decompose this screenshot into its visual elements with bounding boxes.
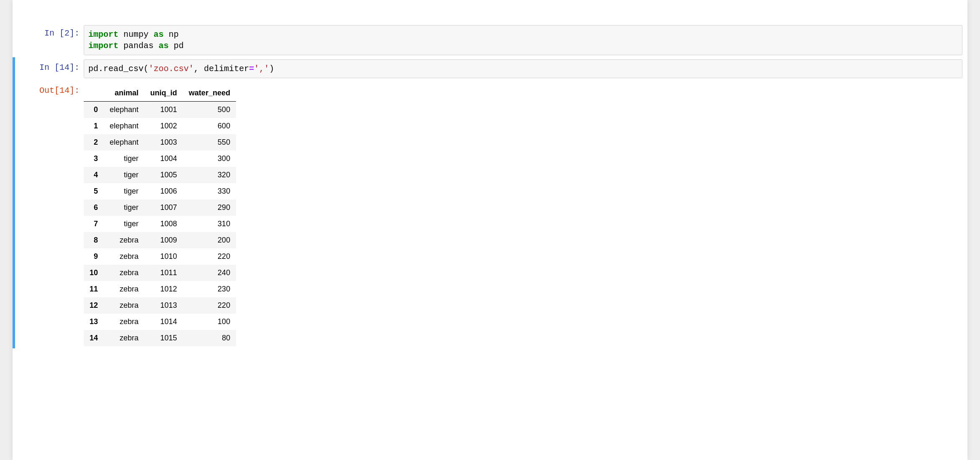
table-row: 1elephant1002600 xyxy=(84,118,236,134)
df-cell: zebra xyxy=(104,248,144,265)
df-cell: 1003 xyxy=(144,134,183,151)
df-column-header: animal xyxy=(104,85,144,102)
df-cell: 1010 xyxy=(144,248,183,265)
df-cell: tiger xyxy=(104,199,144,216)
code-token: np xyxy=(169,30,179,39)
df-cell: tiger xyxy=(104,151,144,167)
df-cell: 1011 xyxy=(144,265,183,281)
input-prompt: In [2]: xyxy=(13,25,84,41)
df-cell: zebra xyxy=(104,265,144,281)
df-cell: elephant xyxy=(104,118,144,134)
df-cell: 1004 xyxy=(144,151,183,167)
code-token: import xyxy=(88,41,118,51)
notebook: In [2]: import numpy as np import pandas… xyxy=(13,0,967,460)
df-row-index: 6 xyxy=(84,199,104,216)
df-cell: 300 xyxy=(183,151,236,167)
code-token: , xyxy=(194,64,199,74)
df-row-index: 12 xyxy=(84,297,104,314)
table-row: 4tiger1005320 xyxy=(84,167,236,183)
df-cell: zebra xyxy=(104,297,144,314)
code-token xyxy=(118,30,123,39)
code-token: pd xyxy=(174,41,184,51)
code-token xyxy=(154,41,159,51)
code-token: delimiter xyxy=(204,64,249,74)
df-cell: 220 xyxy=(183,297,236,314)
code-token: = xyxy=(249,64,254,74)
df-cell: 1009 xyxy=(144,232,183,248)
df-cell: 240 xyxy=(183,265,236,281)
df-cell: 550 xyxy=(183,134,236,151)
df-column-header: water_need xyxy=(183,85,236,102)
df-cell: tiger xyxy=(104,183,144,199)
code-cell-selected[interactable]: In [14]: pd.read_csv('zoo.csv', delimite… xyxy=(13,57,967,80)
code-token: numpy xyxy=(123,30,149,39)
df-cell: 1007 xyxy=(144,199,183,216)
table-row: 6tiger1007290 xyxy=(84,199,236,216)
df-cell: 1015 xyxy=(144,330,183,346)
df-cell: 290 xyxy=(183,199,236,216)
df-cell: zebra xyxy=(104,281,144,297)
df-row-index: 10 xyxy=(84,265,104,281)
df-cell: 320 xyxy=(183,167,236,183)
code-cell[interactable]: In [2]: import numpy as np import pandas… xyxy=(13,23,967,57)
df-cell: zebra xyxy=(104,232,144,248)
df-cell: 1014 xyxy=(144,314,183,330)
df-row-index: 2 xyxy=(84,134,104,151)
df-cell: 80 xyxy=(183,330,236,346)
code-token: . xyxy=(98,64,103,74)
df-cell: 500 xyxy=(183,102,236,118)
code-token xyxy=(199,64,204,74)
df-cell: 1008 xyxy=(144,216,183,232)
table-row: 13zebra1014100 xyxy=(84,314,236,330)
df-row-index: 5 xyxy=(84,183,104,199)
code-token xyxy=(149,30,154,39)
df-cell: 310 xyxy=(183,216,236,232)
code-token: 'zoo.csv' xyxy=(149,64,194,74)
table-row: 0elephant1001500 xyxy=(84,102,236,118)
table-row: 11zebra1012230 xyxy=(84,281,236,297)
df-column-header: uniq_id xyxy=(144,85,183,102)
code-token: as xyxy=(159,41,169,51)
output-cell: Out[14]: animaluniq_idwater_need0elephan… xyxy=(13,80,967,348)
df-cell: 1012 xyxy=(144,281,183,297)
df-cell: 230 xyxy=(183,281,236,297)
dataframe-table: animaluniq_idwater_need0elephant10015001… xyxy=(84,85,236,346)
input-prompt: In [14]: xyxy=(13,59,84,76)
code-input[interactable]: pd.read_csv('zoo.csv', delimiter=',') xyxy=(84,59,962,78)
df-cell: 200 xyxy=(183,232,236,248)
table-row: 9zebra1010220 xyxy=(84,248,236,265)
code-token: read_csv xyxy=(103,64,144,74)
df-cell: tiger xyxy=(104,167,144,183)
table-row: 7tiger1008310 xyxy=(84,216,236,232)
df-cell: elephant xyxy=(104,102,144,118)
table-row: 5tiger1006330 xyxy=(84,183,236,199)
df-cell: 100 xyxy=(183,314,236,330)
df-row-index: 4 xyxy=(84,167,104,183)
code-token: import xyxy=(88,30,118,39)
df-cell: 1001 xyxy=(144,102,183,118)
table-row: 14zebra101580 xyxy=(84,330,236,346)
df-cell: 330 xyxy=(183,183,236,199)
code-token: as xyxy=(154,30,164,39)
df-row-index: 8 xyxy=(84,232,104,248)
output-area: animaluniq_idwater_need0elephant10015001… xyxy=(84,82,962,346)
df-row-index: 3 xyxy=(84,151,104,167)
df-cell: zebra xyxy=(104,330,144,346)
table-row: 10zebra1011240 xyxy=(84,265,236,281)
table-row: 3tiger1004300 xyxy=(84,151,236,167)
df-cell: tiger xyxy=(104,216,144,232)
df-row-index: 9 xyxy=(84,248,104,265)
df-row-index: 14 xyxy=(84,330,104,346)
df-cell: 1002 xyxy=(144,118,183,134)
df-cell: zebra xyxy=(104,314,144,330)
table-row: 12zebra1013220 xyxy=(84,297,236,314)
df-cell: 1006 xyxy=(144,183,183,199)
code-token: ) xyxy=(269,64,274,74)
df-row-index: 0 xyxy=(84,102,104,118)
table-row: 8zebra1009200 xyxy=(84,232,236,248)
code-input[interactable]: import numpy as np import pandas as pd xyxy=(84,25,962,55)
code-token xyxy=(164,30,169,39)
code-token xyxy=(118,41,123,51)
df-row-index: 1 xyxy=(84,118,104,134)
table-row: 2elephant1003550 xyxy=(84,134,236,151)
